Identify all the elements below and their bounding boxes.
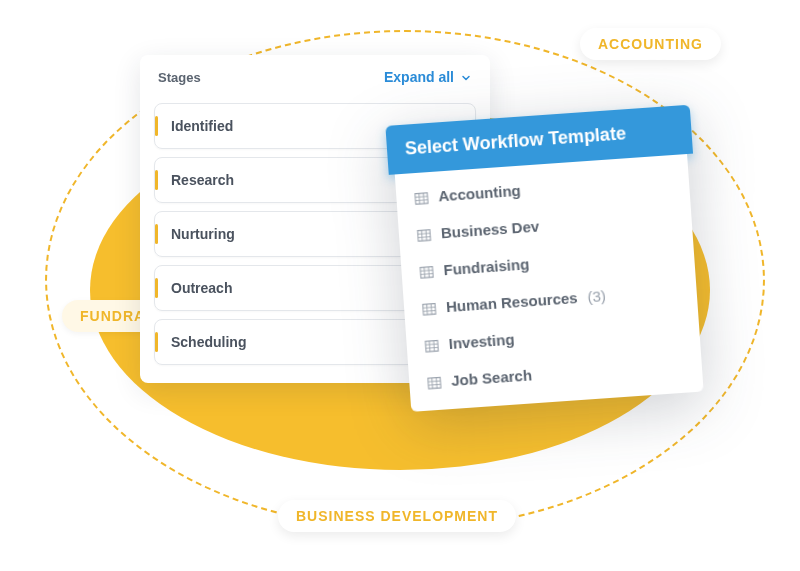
workflow-item-label: Accounting [438,182,521,205]
svg-line-27 [428,384,440,385]
svg-line-6 [418,233,430,234]
svg-line-13 [424,267,425,277]
canvas: ACCOUNTING FUNDRASING BUSINESS DEVELOPME… [0,0,800,571]
building-icon [417,227,432,242]
building-icon [419,263,434,278]
svg-line-23 [429,341,430,351]
workflow-template-dropdown: Select Workflow Template Accounting Busi… [385,105,709,413]
stages-header: Stages Expand all [140,55,490,95]
svg-line-14 [428,266,429,276]
svg-rect-25 [428,377,441,388]
stages-title: Stages [158,70,201,85]
svg-rect-15 [423,303,436,314]
tag-business-development: BUSINESS DEVELOPMENT [278,500,516,532]
svg-line-28 [432,377,433,387]
tag-accounting: ACCOUNTING [580,28,721,60]
svg-line-4 [423,193,424,203]
svg-line-26 [428,380,440,381]
svg-rect-20 [425,340,438,351]
svg-line-22 [426,347,438,348]
svg-line-11 [420,270,432,271]
building-icon [414,190,429,205]
workflow-item-label: Job Search [451,366,533,389]
svg-line-18 [427,304,428,314]
building-icon [424,337,439,352]
svg-line-17 [423,310,435,311]
expand-all-button[interactable]: Expand all [384,69,472,85]
svg-rect-10 [420,266,433,277]
svg-line-9 [426,230,427,240]
svg-line-19 [431,303,432,313]
svg-line-12 [421,273,433,274]
workflow-list: Accounting Business Dev Fundraising [395,154,704,412]
svg-line-29 [436,377,437,387]
workflow-item-label: Fundraising [443,255,530,278]
expand-all-label: Expand all [384,69,454,85]
svg-line-1 [415,196,427,197]
svg-line-2 [415,199,427,200]
chevron-down-icon [460,71,472,83]
svg-line-21 [426,343,438,344]
workflow-item-label: Business Dev [440,218,539,242]
svg-line-8 [422,230,423,240]
svg-line-7 [418,236,430,237]
workflow-item-label: Investing [448,331,515,353]
workflow-item-count: (3) [587,287,606,305]
workflow-item-label: Human Resources [446,289,579,315]
svg-line-3 [419,193,420,203]
svg-line-16 [423,307,435,308]
building-icon [427,374,442,389]
building-icon [422,300,437,315]
svg-rect-5 [418,229,431,240]
svg-line-24 [434,340,435,350]
svg-rect-0 [415,192,428,203]
